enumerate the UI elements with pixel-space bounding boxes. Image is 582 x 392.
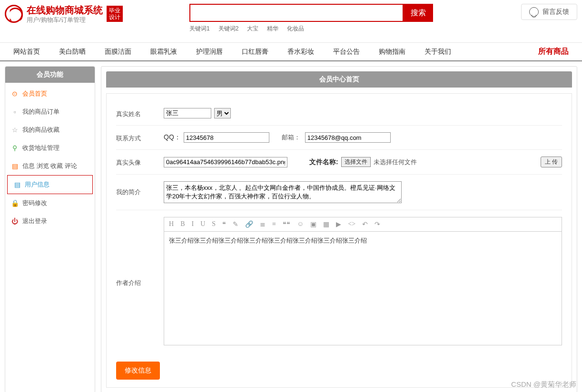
keyword-link[interactable]: 大宝 (247, 25, 258, 32)
sidebar-item[interactable]: 🔒密码修改 (5, 194, 95, 212)
no-file-text: 未选择任何文件 (374, 158, 417, 167)
keywords: 关键词1关键词2大宝精华化妆品 (189, 25, 433, 33)
sidebar-icon: ☆ (11, 126, 19, 134)
header: 在线购物商城系统 用户/购物车/订单管理 毕业设计 搜索 关键词1关键词2大宝精… (0, 0, 582, 37)
keyword-link[interactable]: 关键词1 (189, 25, 210, 32)
editor-body[interactable]: 张三介绍张三介绍张三介绍张三介绍张三介绍张三介绍张三介绍张三介绍 (164, 231, 562, 345)
bold-icon[interactable]: B (180, 220, 185, 228)
underline-icon[interactable]: U (200, 220, 205, 228)
feedback-button[interactable]: 留言反馈 (521, 4, 577, 20)
redo-icon[interactable]: ↷ (375, 220, 380, 228)
form-area: 真实姓名 男 联系方式 QQ： 邮箱： 真实头像 (106, 93, 572, 388)
nav-all-products[interactable]: 所有商品 (538, 47, 578, 57)
nav-item[interactable]: 护理润唇 (187, 48, 232, 56)
main-nav: 网站首页美白防晒面膜洁面眼霜乳液护理润唇口红唇膏香水彩妆平台公告购物指南关于我们… (0, 42, 582, 61)
email-label: 邮箱： (282, 133, 300, 142)
italic-icon[interactable]: I (191, 220, 194, 228)
rich-editor: HBIUS❝✎🔗≣≡❝❝☺▣▦▶<>↶↷ 张三介绍张三介绍张三介绍张三介绍张三介… (164, 217, 562, 345)
sidebar-item[interactable]: ☆我的商品收藏 (5, 121, 95, 139)
sidebar-icon: ▤ (13, 181, 21, 188)
sidebar-label: 信息 浏览 收藏 评论 (22, 162, 77, 170)
quote-icon[interactable]: ❝ (222, 220, 226, 228)
label-contact: 联系方式 (116, 132, 164, 143)
keyword-link[interactable]: 关键词2 (218, 25, 239, 32)
badge: 毕业设计 (107, 6, 123, 22)
choose-file-button[interactable]: 选择文件 (341, 157, 371, 167)
nav-item[interactable]: 平台公告 (324, 48, 369, 56)
panel-title: 会员中心首页 (106, 71, 572, 88)
bio-textarea[interactable] (164, 181, 402, 203)
nav-item[interactable]: 口红唇膏 (232, 48, 278, 56)
sidebar-icon: ⊙ (11, 90, 19, 98)
name-input[interactable] (164, 108, 211, 118)
sidebar-item[interactable]: ▤用户信息 (7, 175, 93, 194)
highlight-icon[interactable]: ✎ (233, 220, 238, 228)
qq-input[interactable] (184, 132, 269, 143)
table-icon[interactable]: ▦ (323, 220, 329, 228)
sidebar-item[interactable]: ⏻退出登录 (5, 212, 95, 230)
nav-item[interactable]: 关于我们 (415, 48, 461, 56)
sidebar-icon: ▫ (11, 108, 19, 116)
strike-icon[interactable]: S (212, 220, 216, 228)
qq-label: QQ： (164, 133, 181, 142)
sidebar-label: 密码修改 (22, 199, 47, 207)
link-icon[interactable]: 🔗 (245, 220, 253, 228)
sidebar-item[interactable]: ▫我的商品订单 (5, 103, 95, 121)
sidebar-label: 用户信息 (25, 180, 49, 189)
site-subtitle: 用户/购物车/订单管理 (27, 16, 103, 24)
label-bio: 我的简介 (116, 181, 164, 196)
code-icon[interactable]: <> (348, 220, 355, 228)
sidebar-list: ⊙会员首页▫我的商品订单☆我的商品收藏⚲收货地址管理▤信息 浏览 收藏 评论▤用… (5, 83, 95, 232)
label-intro: 作者介绍 (116, 217, 164, 287)
headset-icon (529, 7, 539, 17)
sidebar-title: 会员功能 (5, 67, 95, 83)
sidebar-label: 我的商品订单 (22, 108, 59, 116)
nav-item[interactable]: 眼霜乳液 (141, 48, 187, 56)
label-name: 真实姓名 (116, 108, 164, 118)
sidebar-item[interactable]: ⚲收货地址管理 (5, 139, 95, 157)
label-avatar: 真实头像 (116, 157, 164, 167)
file-title: 文件名称: (309, 158, 338, 167)
nav-item[interactable]: 香水彩妆 (278, 48, 324, 56)
submit-button[interactable]: 修改信息 (116, 362, 160, 380)
sidebar-icon: ▤ (11, 162, 19, 170)
sidebar-label: 会员首页 (22, 89, 47, 98)
nav-item[interactable]: 购物指南 (369, 48, 415, 56)
sidebar-icon: 🔒 (11, 199, 19, 207)
logo-block: 在线购物商城系统 用户/购物车/订单管理 毕业设计 (5, 4, 123, 24)
emoji-icon[interactable]: ☺ (297, 220, 304, 228)
logo-icon (5, 5, 23, 23)
sidebar-label: 收货地址管理 (22, 144, 59, 152)
feedback-label: 留言反馈 (543, 8, 569, 16)
nav-item[interactable]: 面膜洁面 (95, 48, 141, 56)
sidebar-label: 我的商品收藏 (22, 126, 59, 134)
site-title: 在线购物商城系统 (27, 4, 103, 16)
undo-icon[interactable]: ↶ (362, 220, 368, 228)
search-button[interactable]: 搜索 (404, 4, 433, 22)
avatar-input[interactable] (164, 157, 287, 167)
search-input[interactable] (189, 4, 404, 22)
nav-item[interactable]: 网站首页 (4, 48, 49, 56)
list-icon[interactable]: ≣ (260, 220, 266, 228)
keyword-link[interactable]: 精华 (267, 25, 278, 32)
heading-icon[interactable]: H (169, 220, 174, 228)
sidebar-icon: ⏻ (11, 217, 19, 225)
video-icon[interactable]: ▶ (336, 220, 341, 228)
sidebar-icon: ⚲ (11, 144, 19, 152)
sidebar-item[interactable]: ⊙会员首页 (5, 85, 95, 103)
sidebar: 会员功能 ⊙会员首页▫我的商品订单☆我的商品收藏⚲收货地址管理▤信息 浏览 收藏… (5, 66, 95, 392)
main-panel: 会员中心首页 真实姓名 男 联系方式 QQ： 邮箱： 真实头像 (101, 66, 577, 392)
nav-item[interactable]: 美白防晒 (49, 48, 95, 56)
keyword-link[interactable]: 化妆品 (287, 25, 304, 32)
blockquote-icon[interactable]: ❝❝ (283, 220, 290, 228)
gender-select[interactable]: 男 (214, 108, 231, 118)
editor-toolbar: HBIUS❝✎🔗≣≡❝❝☺▣▦▶<>↶↷ (164, 217, 562, 231)
sidebar-item[interactable]: ▤信息 浏览 收藏 评论 (5, 157, 95, 175)
email-input[interactable] (305, 132, 391, 143)
search-area: 搜索 关键词1关键词2大宝精华化妆品 (189, 4, 433, 33)
align-icon[interactable]: ≡ (272, 220, 276, 228)
upload-button[interactable]: 上 传 (541, 157, 562, 167)
sidebar-label: 退出登录 (22, 217, 47, 225)
image-icon[interactable]: ▣ (310, 220, 316, 228)
